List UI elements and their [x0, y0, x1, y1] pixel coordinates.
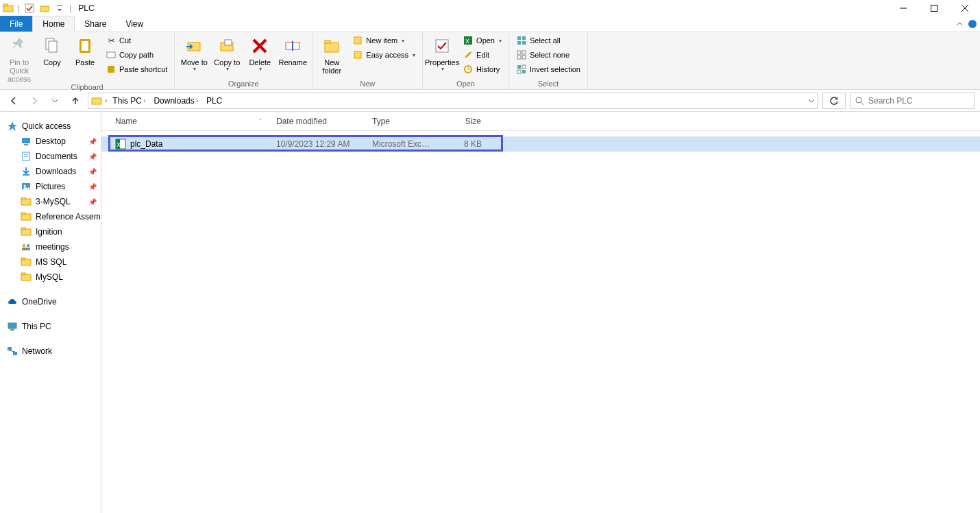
svg-rect-59 [21, 228, 25, 230]
ribbon: Pin to Quick access Copy Paste ✂Cut Copy… [0, 32, 980, 90]
column-type[interactable]: Type [365, 112, 441, 130]
tab-file[interactable]: File [0, 16, 32, 32]
this-pc-item[interactable]: This PC [0, 319, 101, 334]
file-row[interactable]: X plc_Data 10/9/2023 12:29 AM Microsoft … [101, 136, 980, 152]
sidebar-item[interactable]: Downloads📌 [0, 164, 101, 179]
pin-icon: 📌 [88, 183, 97, 191]
svg-text:X: X [117, 141, 121, 148]
svg-point-60 [23, 244, 25, 247]
chevron-right-icon[interactable]: › [105, 97, 107, 104]
crumb-plc[interactable]: PLC [204, 96, 225, 106]
sidebar-item-label: Ignition [36, 227, 62, 237]
folder-icon [3, 3, 14, 14]
select-all-button[interactable]: Select all [513, 34, 583, 47]
copy-button[interactable]: Copy [37, 34, 67, 67]
separator: | [18, 3, 20, 13]
close-button[interactable] [949, 0, 980, 16]
paste-shortcut-icon [106, 64, 117, 75]
separator: | [69, 3, 71, 13]
svg-rect-23 [325, 43, 339, 52]
properties-button[interactable]: Properties▾ [427, 34, 457, 73]
chevron-down-icon: ▾ [441, 67, 444, 73]
delete-button[interactable]: Delete▾ [245, 34, 275, 73]
tab-view[interactable]: View [116, 16, 153, 32]
recent-locations-button[interactable] [47, 93, 63, 109]
tab-home[interactable]: Home [32, 16, 75, 32]
svg-rect-62 [22, 248, 30, 250]
quick-access-header[interactable]: Quick access [0, 119, 101, 134]
copy-to-button[interactable]: Copy to▾ [212, 34, 242, 73]
quick-access-toolbar: | | PLC [0, 3, 95, 14]
sidebar-item[interactable]: meetings [0, 239, 101, 254]
qat-dropdown-icon[interactable] [54, 3, 65, 14]
chevron-down-icon: ▾ [413, 52, 415, 58]
column-name[interactable]: Name˄ [101, 112, 269, 130]
edit-button[interactable]: Edit [460, 48, 504, 62]
svg-rect-31 [517, 36, 521, 40]
paste-label: Paste [75, 58, 95, 67]
sidebar-item-icon [21, 241, 32, 252]
svg-rect-34 [522, 41, 526, 45]
folder-small-icon[interactable] [39, 3, 50, 14]
onedrive-item[interactable]: OneDrive [0, 294, 101, 309]
sidebar-item[interactable]: MySQL [0, 270, 101, 285]
pin-icon: 📌 [88, 168, 97, 176]
chevron-right-icon: › [143, 97, 145, 104]
open-button[interactable]: XOpen▾ [460, 34, 504, 47]
sidebar-item[interactable]: Desktop📌 [0, 134, 101, 149]
search-input[interactable] [868, 96, 971, 106]
back-button[interactable] [5, 93, 22, 109]
checkbox-icon[interactable] [24, 3, 35, 14]
tab-share[interactable]: Share [75, 16, 116, 32]
svg-rect-67 [8, 323, 16, 329]
help-icon[interactable] [968, 19, 977, 29]
paste-shortcut-button[interactable]: Paste shortcut [103, 62, 170, 76]
svg-rect-2 [25, 4, 34, 12]
navigation-pane[interactable]: Quick access Desktop📌Documents📌Downloads… [0, 112, 101, 513]
sidebar-item[interactable]: Reference Assem📌 [0, 209, 101, 224]
move-to-button[interactable]: Move to▾ [179, 34, 209, 73]
sort-indicator-icon: ˄ [259, 118, 262, 124]
new-item-button[interactable]: New item▾ [350, 34, 418, 47]
rename-button[interactable]: Rename [278, 34, 308, 67]
sidebar-item[interactable]: Pictures📌 [0, 179, 101, 194]
svg-rect-3 [40, 6, 49, 12]
sidebar-item[interactable]: MS SQL [0, 254, 101, 270]
new-folder-icon [321, 35, 343, 57]
crumb-this-pc[interactable]: This PC› [110, 96, 148, 106]
new-folder-button[interactable]: New folder [317, 34, 347, 75]
pin-to-quick-access-button[interactable]: Pin to Quick access [4, 34, 34, 83]
select-none-button[interactable]: Select none [513, 48, 583, 62]
select-all-icon [516, 35, 527, 46]
column-date[interactable]: Date modified [269, 112, 365, 130]
column-size[interactable]: Size [441, 112, 489, 130]
scissors-icon: ✂ [106, 35, 117, 46]
svg-point-9 [968, 20, 977, 28]
copy-path-button[interactable]: Copy path [103, 48, 170, 62]
ribbon-collapse-icon[interactable] [955, 20, 964, 28]
search-box[interactable] [850, 93, 975, 109]
up-button[interactable] [67, 93, 84, 109]
cut-button[interactable]: ✂Cut [103, 34, 170, 47]
svg-rect-36 [522, 51, 526, 54]
network-item[interactable]: Network [0, 344, 101, 359]
invert-selection-button[interactable]: Invert selection [513, 62, 583, 76]
paste-button[interactable]: Paste [70, 34, 100, 67]
address-dropdown-icon[interactable] [808, 97, 815, 104]
forward-button[interactable] [26, 93, 42, 109]
sidebar-item[interactable]: Ignition [0, 224, 101, 239]
file-rows: X plc_Data 10/9/2023 12:29 AM Microsoft … [101, 131, 980, 152]
move-to-icon [183, 35, 205, 57]
history-button[interactable]: History [460, 62, 504, 76]
sidebar-item[interactable]: 3-MySQL📌 [0, 194, 101, 209]
search-icon [855, 96, 864, 106]
maximize-button[interactable] [918, 0, 949, 16]
crumb-downloads[interactable]: Downloads› [151, 96, 201, 106]
refresh-button[interactable] [822, 93, 846, 109]
easy-access-button[interactable]: Easy access▾ [350, 48, 418, 62]
file-list-pane: Name˄ Date modified Type Size X plc_Data… [101, 112, 980, 513]
svg-rect-47 [24, 144, 28, 145]
minimize-button[interactable] [887, 0, 918, 16]
sidebar-item[interactable]: Documents📌 [0, 149, 101, 164]
address-bar[interactable]: › This PC› Downloads› PLC [88, 93, 818, 109]
